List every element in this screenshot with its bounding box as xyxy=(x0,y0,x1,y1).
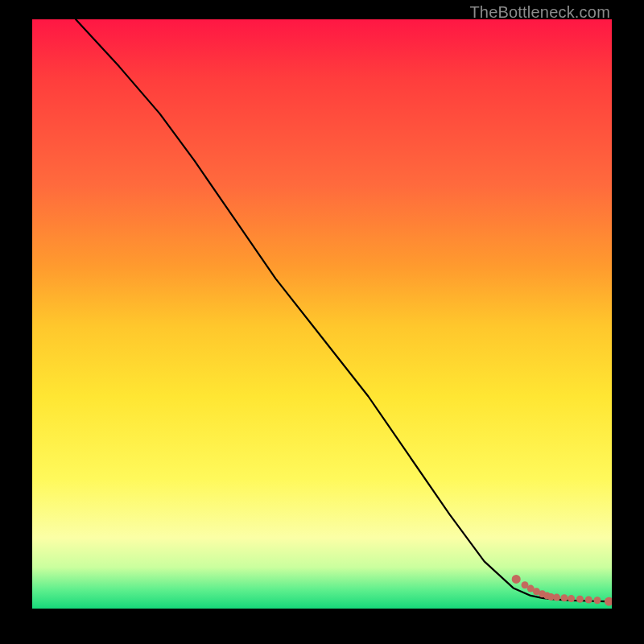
scatter-point xyxy=(605,597,612,606)
main-curve xyxy=(76,19,606,601)
scatter-point xyxy=(553,594,560,601)
scatter-points xyxy=(512,575,612,606)
scatter-point xyxy=(512,575,521,584)
scatter-point xyxy=(561,594,568,601)
chart-frame: TheBottleneck.com xyxy=(0,0,644,644)
scatter-point xyxy=(568,595,575,602)
scatter-point xyxy=(576,596,584,603)
scatter-point xyxy=(594,597,601,604)
plot-area xyxy=(32,19,612,609)
chart-overlay xyxy=(32,19,612,609)
scatter-point xyxy=(585,597,592,604)
